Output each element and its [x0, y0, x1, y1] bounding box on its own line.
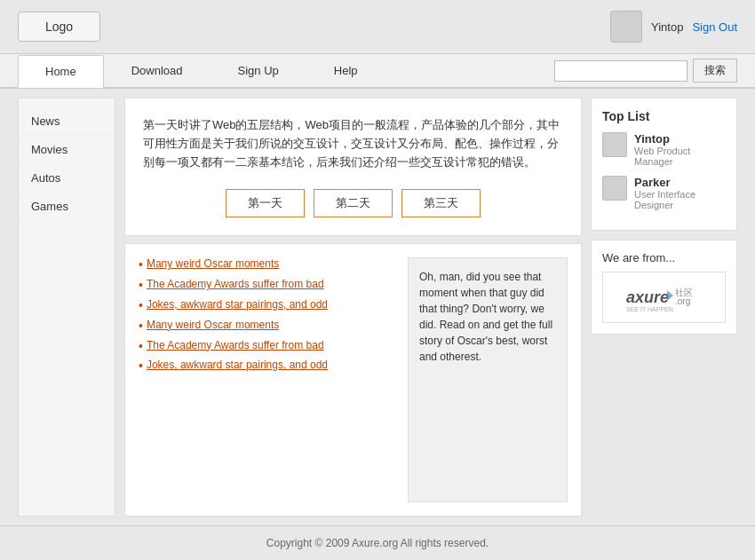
top-list-name-parker: Parker: [634, 176, 726, 189]
sidebar-item-autos[interactable]: Autos: [19, 164, 115, 193]
top-list-name-yintop: Yintop: [634, 132, 726, 146]
search-input[interactable]: [554, 60, 687, 82]
top-list-title: Top List: [602, 109, 726, 123]
news-link-1[interactable]: The Academy Awards suffer from bad: [147, 278, 324, 290]
day2-button[interactable]: 第二天: [314, 189, 393, 217]
day-buttons: 第一天 第二天 第三天: [143, 189, 563, 217]
sidebar-item-games[interactable]: Games: [19, 193, 115, 221]
day3-button[interactable]: 第三天: [401, 189, 481, 217]
axure-logo-box: axure 社区 .org SEE IT HAPPEN.: [602, 272, 726, 323]
day1-button[interactable]: 第一天: [226, 189, 305, 217]
top-list-info-parker: Parker User Interface Designer: [634, 176, 726, 210]
sign-out-link[interactable]: Sign Out: [692, 20, 737, 34]
news-link-2[interactable]: Jokes, awkward star pairings, and odd: [147, 298, 328, 311]
nav-item-download[interactable]: Download: [104, 54, 211, 87]
footer-text: Copyright © 2009 Axure.org All rights re…: [266, 537, 489, 549]
sidebar-item-movies[interactable]: Movies: [19, 136, 115, 164]
header: Logo Yintop Sign Out: [0, 0, 755, 54]
top-list-item-yintop: Yintop Web Product Manager: [602, 132, 726, 167]
nav-search: 搜索: [554, 59, 737, 83]
list-item: • Many weird Oscar moments: [139, 257, 394, 272]
bullet-icon: •: [139, 257, 143, 272]
top-list-item-parker: Parker User Interface Designer: [602, 176, 726, 210]
news-link-3[interactable]: Many weird Oscar moments: [147, 319, 279, 331]
nav-item-help[interactable]: Help: [306, 54, 385, 87]
bullet-icon: •: [139, 298, 143, 313]
top-list-role-yintop: Web Product Manager: [634, 146, 726, 167]
news-link-0[interactable]: Many weird Oscar moments: [147, 257, 279, 270]
logo-button[interactable]: Logo: [18, 12, 100, 42]
svg-marker-4: [667, 290, 673, 301]
main-content: News Movies Autos Games 第一天时讲了Web的五层结构，W…: [0, 89, 755, 525]
news-link-5[interactable]: Jokes, awkward star pairings, and odd: [147, 359, 328, 371]
list-item: • The Academy Awards suffer from bad: [139, 339, 394, 354]
avatar-yintop: [602, 132, 627, 157]
page-wrapper: Logo Yintop Sign Out Home Download Sign …: [0, 0, 755, 560]
avatar: [610, 11, 642, 43]
we-are-box: We are from... axure 社区 .org SEE IT HAPP…: [591, 240, 737, 335]
nav-bar: Home Download Sign Up Help 搜索: [0, 54, 755, 89]
footer: Copyright © 2009 Axure.org All rights re…: [0, 525, 755, 560]
center-content: 第一天时讲了Web的五层结构，Web项目的一般流程，产品体验的几个部分，其中可用…: [124, 98, 582, 517]
bullet-icon: •: [139, 278, 143, 293]
news-summary-text: Oh, man, did you see that moment when th…: [419, 271, 552, 363]
nav-item-signup[interactable]: Sign Up: [211, 54, 306, 87]
top-list-role-parker: User Interface Designer: [634, 189, 726, 210]
sidebar: News Movies Autos Games: [18, 98, 115, 517]
bullet-icon: •: [139, 359, 143, 374]
svg-text:SEE IT HAPPEN.: SEE IT HAPPEN.: [626, 306, 675, 312]
svg-text:.org: .org: [675, 296, 690, 306]
top-list-box: Top List Yintop Web Product Manager Park…: [591, 98, 737, 231]
list-item: • Many weird Oscar moments: [139, 319, 394, 334]
sidebar-item-news[interactable]: News: [19, 107, 115, 136]
header-username: Yintop: [651, 20, 683, 34]
right-sidebar: Top List Yintop Web Product Manager Park…: [591, 98, 737, 517]
bullet-icon: •: [139, 339, 143, 354]
news-summary-box: Oh, man, did you see that moment when th…: [408, 257, 568, 502]
bullet-icon: •: [139, 319, 143, 334]
list-item: • Jokes, awkward star pairings, and odd: [139, 359, 394, 374]
news-link-4[interactable]: The Academy Awards suffer from bad: [147, 339, 324, 351]
svg-text:axure: axure: [626, 288, 669, 306]
search-button[interactable]: 搜索: [693, 59, 737, 83]
avatar-parker: [602, 176, 627, 201]
top-list-info-yintop: Yintop Web Product Manager: [634, 132, 726, 167]
header-links: Sign Out: [692, 20, 737, 34]
header-right: Yintop Sign Out: [610, 11, 737, 43]
we-are-title: We are from...: [602, 251, 726, 264]
list-item: • Jokes, awkward star pairings, and odd: [139, 298, 394, 313]
featured-box: 第一天时讲了Web的五层结构，Web项目的一般流程，产品体验的几个部分，其中可用…: [124, 98, 582, 236]
list-item: • The Academy Awards suffer from bad: [139, 278, 394, 293]
featured-text: 第一天时讲了Web的五层结构，Web项目的一般流程，产品体验的几个部分，其中可用…: [143, 116, 563, 171]
axure-logo-svg: axure 社区 .org SEE IT HAPPEN.: [624, 280, 704, 315]
nav-item-home[interactable]: Home: [18, 55, 104, 88]
news-list-box: • Many weird Oscar moments • The Academy…: [124, 243, 582, 517]
news-links: • Many weird Oscar moments • The Academy…: [139, 257, 394, 502]
